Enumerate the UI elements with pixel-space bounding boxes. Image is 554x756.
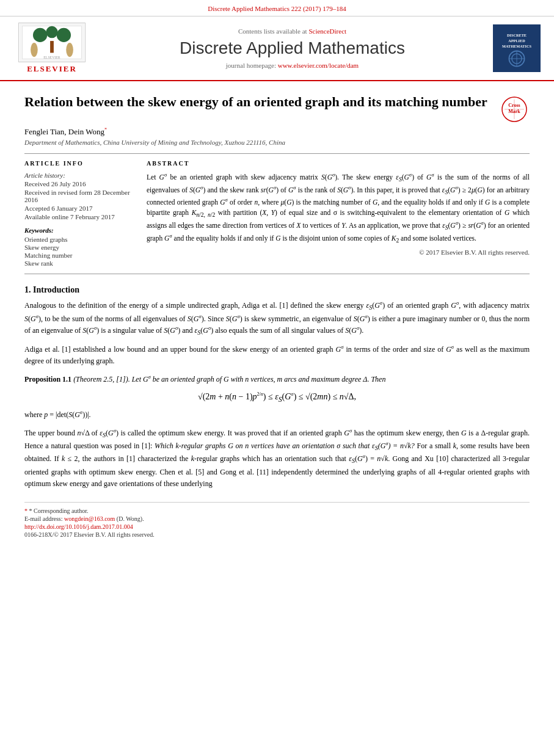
article-info-heading: Article Info: [24, 160, 134, 167]
svg-point-7: [66, 43, 73, 57]
issn-note: 0166-218X/© 2017 Elsevier B.V. All right…: [24, 531, 530, 538]
keyword-1: Oriented graphs: [24, 236, 134, 243]
crossmark-badge[interactable]: Cross Mark: [499, 96, 530, 122]
svg-point-2: [33, 28, 47, 42]
keyword-2: Skew energy: [24, 244, 134, 251]
journal-citation-bar: Discrete Applied Mathematics 222 (2017) …: [0, 0, 554, 16]
email-note: E-mail address: wongdein@163.com (D. Won…: [24, 515, 530, 522]
journal-citation: Discrete Applied Mathematics 222 (2017) …: [208, 5, 346, 12]
paper-title-section: Relation between the skew energy of an o…: [24, 93, 530, 122]
keyword-3: Matching number: [24, 252, 134, 259]
affiliation: Department of Mathematics, China Univers…: [24, 139, 530, 146]
article-body: Article Info Article history: Received 2…: [24, 160, 530, 267]
sciencedirect-link[interactable]: ScienceDirect: [308, 27, 346, 35]
elsevier-logo: ELSEVIER ELSEVIER: [12, 23, 92, 74]
svg-point-6: [31, 43, 38, 57]
doi-link[interactable]: http://dx.doi.org/10.1016/j.dam.2017.01.…: [24, 523, 133, 530]
authors: Fenglei Tian, Dein Wong*: [24, 127, 530, 137]
email-link[interactable]: wongdein@163.com: [64, 515, 115, 522]
intro-para3: The upper bound n√Δ of εS(Gσ) is called …: [24, 427, 530, 490]
divider-1: [24, 153, 530, 154]
svg-text:MATHEMATICS: MATHEMATICS: [502, 44, 531, 48]
divider-2: [24, 274, 530, 274]
dam-logo: DISCRETE APPLIED MATHEMATICS: [493, 24, 541, 72]
keyword-4: Skew rank: [24, 260, 134, 267]
abstract-body: Let Gσ be an oriented graph with skew ad…: [147, 172, 530, 245]
intro-para1: Analogous to the definition of the energ…: [24, 300, 530, 338]
footer: * * Corresponding author. E-mail address…: [24, 502, 530, 538]
corresponding-author-note: * * Corresponding author.: [24, 507, 530, 514]
journal-header: ELSEVIER ELSEVIER Contents lists availab…: [0, 16, 554, 81]
elsevier-logo-image: ELSEVIER: [18, 23, 86, 62]
intro-para2: Adiga et al. [1] established a low bound…: [24, 344, 530, 367]
math-formula: √(2m + n(n − 1)p2/n) ≤ εS(Gσ) ≤ √(2mn) ≤…: [24, 391, 530, 403]
svg-text:ELSEVIER: ELSEVIER: [43, 56, 60, 59]
keywords-label: Keywords:: [24, 227, 134, 234]
journal-title: Discrete Applied Mathematics: [98, 38, 487, 58]
doi-note: http://dx.doi.org/10.1016/j.dam.2017.01.…: [24, 523, 530, 530]
homepage-link[interactable]: www.elsevier.com/locate/dam: [278, 62, 359, 69]
right-column: Abstract Let Gσ be an oriented graph wit…: [147, 160, 530, 267]
received-date: Received 26 July 2016: [24, 180, 134, 187]
sciencedirect-info: Contents lists available at ScienceDirec…: [98, 27, 487, 35]
proposition-1-1: Proposition 1.1 (Theorem 2.5, [1]). Let …: [24, 374, 530, 385]
svg-text:APPLIED: APPLIED: [508, 38, 525, 43]
keywords-section: Keywords: Oriented graphs Skew energy Ma…: [24, 227, 134, 267]
copyright: © 2017 Elsevier B.V. All rights reserved…: [147, 249, 530, 256]
journal-center: Contents lists available at ScienceDirec…: [98, 27, 487, 69]
abstract-heading: Abstract: [147, 160, 530, 167]
left-column: Article Info Article history: Received 2…: [24, 160, 134, 267]
svg-rect-5: [50, 41, 54, 53]
paper-title: Relation between the skew energy of an o…: [24, 93, 493, 111]
revised-date: Received in revised form 28 December 201…: [24, 189, 134, 203]
main-content: Relation between the skew energy of an o…: [0, 81, 554, 551]
where-clause: where p = |det(S(Gσ))|.: [24, 409, 530, 421]
available-date: Available online 7 February 2017: [24, 213, 134, 220]
history-label: Article history:: [24, 172, 134, 179]
journal-homepage: journal homepage: www.elsevier.com/locat…: [98, 62, 487, 69]
dam-logo-area: DISCRETE APPLIED MATHEMATICS: [493, 24, 542, 72]
svg-point-3: [46, 26, 57, 38]
intro-heading: 1. Introduction: [24, 285, 530, 295]
svg-text:DISCRETE: DISCRETE: [507, 33, 527, 37]
accepted-date: Accepted 6 January 2017: [24, 205, 134, 212]
elsevier-brand: ELSEVIER: [27, 64, 77, 74]
svg-point-4: [57, 28, 71, 42]
